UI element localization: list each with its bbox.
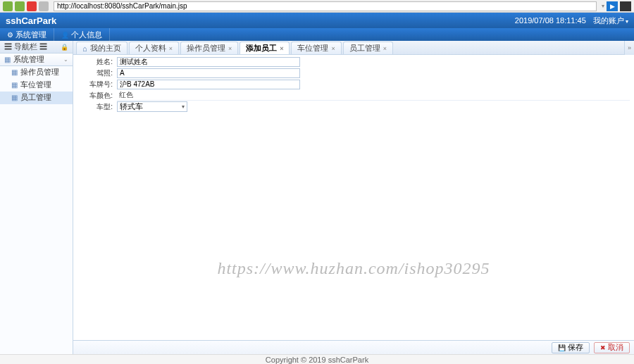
text-color: 红色: [117, 90, 630, 101]
sidebar-item-parking[interactable]: 车位管理: [0, 79, 73, 92]
nav-header: ☰ 导航栏 ☰ 🔒: [0, 41, 73, 54]
nav-group-system[interactable]: 系统管理 ⌄: [0, 54, 73, 66]
tab-home[interactable]: 我的主页: [76, 42, 128, 54]
browser-toolbar: ▾ ▶: [0, 0, 634, 13]
tab-parking[interactable]: 车位管理×: [291, 42, 341, 54]
input-license[interactable]: [117, 68, 300, 78]
label-type: 车型:: [77, 102, 117, 112]
watermark: https://www.huzhan.com/ishop30295: [217, 259, 490, 278]
close-icon[interactable]: ×: [383, 45, 387, 52]
copyright: Copyright © 2019 sshCarPark: [266, 356, 368, 364]
url-dropdown-icon[interactable]: ▾: [602, 3, 604, 9]
account-menu[interactable]: 我的账户: [593, 15, 628, 26]
tab-profile[interactable]: 个人资料×: [129, 42, 179, 54]
browser-forward-button[interactable]: [15, 1, 25, 11]
home-icon: [82, 44, 87, 53]
sidebar-item-operators[interactable]: 操作员管理: [0, 66, 73, 79]
input-plate[interactable]: [117, 80, 300, 89]
label-color: 车颜色:: [77, 91, 117, 101]
close-icon[interactable]: ×: [331, 45, 335, 52]
bottom-toolbar: 保存 取消: [73, 340, 634, 354]
browser-stop-button[interactable]: [27, 1, 37, 11]
sidebar-item-staff[interactable]: 员工管理: [0, 92, 73, 104]
browser-menu-button[interactable]: [620, 1, 631, 11]
label-plate: 车牌号:: [77, 80, 117, 89]
lock-icon[interactable]: 🔒: [61, 44, 68, 51]
cancel-button[interactable]: 取消: [594, 342, 630, 353]
gear-icon: [7, 30, 13, 39]
tab-operators[interactable]: 操作员管理×: [180, 42, 238, 54]
save-button[interactable]: 保存: [552, 342, 590, 353]
tab-scroll-right-icon[interactable]: »: [624, 41, 634, 55]
chevron-down-icon: ⌄: [63, 56, 68, 63]
menu-profile[interactable]: 个人信息: [54, 28, 110, 41]
browser-reload-button[interactable]: [39, 1, 49, 11]
tab-strip: 我的主页 个人资料× 操作员管理× 添加员工× 车位管理× 员工管理× »: [73, 41, 634, 55]
tab-add-staff[interactable]: 添加员工×: [240, 42, 290, 54]
sidebar: ☰ 导航栏 ☰ 🔒 系统管理 ⌄ 操作员管理 车位管理 员工管理: [0, 41, 73, 354]
footer: Copyright © 2019 sshCarPark: [0, 354, 634, 364]
header-timestamp: 2019/07/08 18:11:45: [515, 16, 586, 25]
top-menu: 系统管理 个人信息: [0, 28, 634, 41]
browser-back-button[interactable]: [3, 1, 13, 11]
input-name[interactable]: [117, 57, 300, 67]
content-area: 我的主页 个人资料× 操作员管理× 添加员工× 车位管理× 员工管理× » 姓名…: [73, 41, 634, 354]
close-icon[interactable]: ×: [280, 45, 283, 52]
form-area: 姓名: 驾照: 车牌号: 车颜色: 红色 车型: 轿式车 https://www…: [73, 55, 634, 340]
close-icon[interactable]: ×: [228, 45, 232, 52]
label-license: 驾照:: [77, 68, 117, 78]
label-name: 姓名:: [77, 57, 117, 67]
person-icon: [61, 30, 69, 39]
close-icon[interactable]: ×: [169, 45, 173, 52]
go-button[interactable]: ▶: [607, 1, 618, 11]
select-type[interactable]: 轿式车: [117, 101, 187, 112]
app-header: sshCarPark 2019/07/08 18:11:45 我的账户: [0, 13, 634, 28]
url-input[interactable]: [54, 1, 597, 11]
app-title: sshCarPark: [6, 15, 56, 26]
menu-system[interactable]: 系统管理: [0, 28, 54, 41]
tab-staff[interactable]: 员工管理×: [343, 42, 393, 54]
